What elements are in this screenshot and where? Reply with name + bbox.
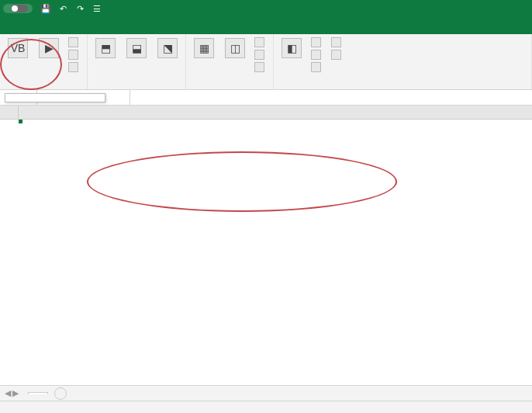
formula-input[interactable]	[146, 90, 532, 105]
ribbon-tabs	[0, 17, 532, 34]
addins-button[interactable]: ⬒	[92, 36, 119, 61]
export-icon	[331, 50, 341, 60]
map-props-button[interactable]	[309, 36, 325, 48]
viewcode-icon	[254, 50, 264, 60]
spreadsheet-grid[interactable]	[0, 106, 532, 393]
undo-icon[interactable]: ↶	[57, 4, 68, 14]
com-addins-button[interactable]: ⬔	[154, 36, 181, 61]
redo-icon[interactable]: ↷	[74, 4, 85, 14]
column-headers[interactable]	[19, 106, 532, 120]
design-icon: ◫	[225, 38, 245, 58]
group-label-controls	[191, 88, 268, 88]
addins-icon: ⬒	[95, 38, 116, 58]
macro-icon: ▶	[39, 38, 59, 58]
add-sheet-button[interactable]	[54, 387, 67, 400]
record-icon	[68, 37, 78, 47]
insert-icon: ▦	[194, 38, 214, 58]
properties-button[interactable]	[253, 36, 268, 48]
vb-icon: VB	[8, 38, 28, 58]
macros-button[interactable]: ▶	[36, 36, 62, 61]
dialog-icon	[254, 62, 264, 72]
relref-icon	[68, 50, 78, 60]
select-all-corner[interactable]	[0, 106, 19, 120]
quick-access-toolbar: 💾 ↶ ↷ ☰	[40, 4, 102, 14]
sheet-tabs-bar: ◀▶	[0, 385, 532, 401]
export-button[interactable]	[330, 49, 345, 61]
import-icon	[331, 37, 341, 47]
prop-icon	[254, 37, 264, 47]
save-icon[interactable]: 💾	[40, 4, 51, 14]
excel-addins-button[interactable]: ⬓	[123, 36, 150, 61]
title-bar: 💾 ↶ ↷ ☰	[0, 0, 532, 17]
source-icon: ◧	[282, 38, 302, 58]
map-icon	[311, 37, 321, 47]
sheet-nav[interactable]: ◀▶	[0, 388, 23, 398]
view-code-button[interactable]	[253, 49, 268, 61]
record-macro-button[interactable]	[67, 36, 82, 48]
tooltip	[5, 93, 105, 102]
group-label-code	[5, 88, 82, 88]
ext-pack-button[interactable]	[309, 49, 325, 61]
macro-security-button[interactable]	[67, 61, 82, 73]
toggle-icon	[11, 5, 28, 12]
ribbon-group-code: VB ▶	[0, 34, 88, 89]
relative-ref-button[interactable]	[67, 49, 82, 61]
refresh-button[interactable]	[309, 61, 325, 73]
design-mode-button[interactable]: ◫	[222, 36, 248, 61]
insert-control-button[interactable]: ▦	[191, 36, 217, 61]
refresh-icon	[311, 62, 321, 72]
import-button[interactable]	[330, 36, 345, 48]
xml-source-button[interactable]: ◧	[278, 36, 305, 61]
visual-basic-button[interactable]: VB	[5, 36, 31, 61]
excel-addins-icon: ⬓	[126, 38, 147, 58]
sheet-tab[interactable]	[28, 392, 48, 394]
touch-icon[interactable]: ☰	[92, 4, 102, 14]
com-addins-icon: ⬔	[157, 38, 178, 58]
status-bar	[0, 401, 532, 413]
ribbon-group-addins: ⬒ ⬓ ⬔	[88, 34, 186, 89]
ribbon-group-xml: ◧	[274, 34, 532, 89]
security-icon	[68, 62, 78, 72]
group-label-xml	[278, 88, 527, 88]
selection-box	[19, 120, 22, 123]
autosave-toggle[interactable]	[3, 4, 33, 13]
ribbon-group-controls: ▦ ◫	[186, 34, 274, 89]
ext-icon	[311, 50, 321, 60]
ribbon: VB ▶ ⬒ ⬓ ⬔ ▦ ◫	[0, 34, 532, 90]
cells-area[interactable]	[19, 120, 532, 393]
run-dialog-button[interactable]	[253, 61, 268, 73]
group-label-addins	[92, 88, 181, 88]
